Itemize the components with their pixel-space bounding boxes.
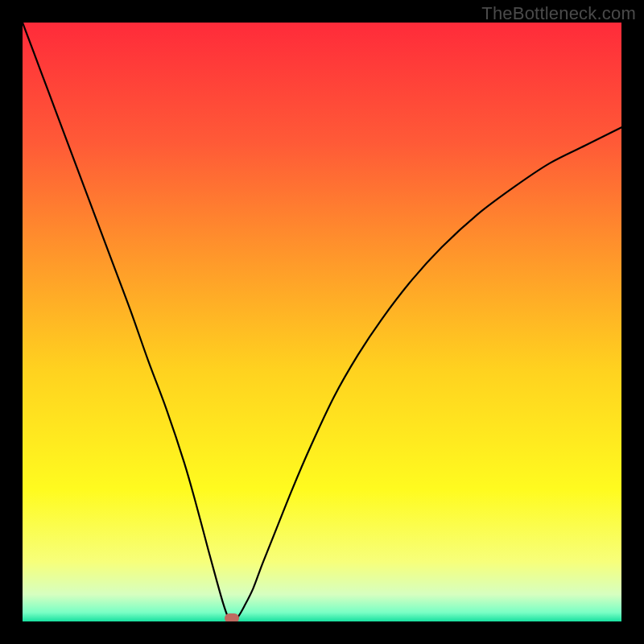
bottleneck-curve — [23, 23, 621, 621]
optimal-point-marker — [225, 613, 239, 621]
chart-frame: TheBottleneck.com — [0, 0, 644, 644]
watermark-text: TheBottleneck.com — [481, 3, 636, 24]
plot-area — [23, 23, 621, 621]
